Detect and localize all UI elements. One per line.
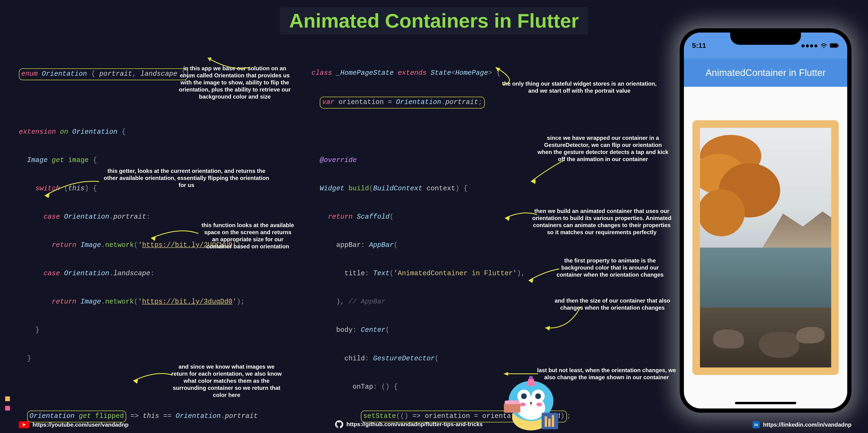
annotation-animated: then we build an animated container that… (531, 207, 673, 236)
home-indicator (735, 402, 796, 404)
svg-point-17 (520, 403, 526, 406)
svg-rect-26 (548, 419, 551, 427)
orange-swatch (5, 396, 10, 401)
svg-rect-31 (838, 44, 839, 46)
linkedin-link: https://linkedin.com/in/vandadnp (763, 422, 851, 428)
phone-app-title: AnimatedContainer in Flutter (705, 67, 826, 78)
svg-point-28 (824, 47, 825, 48)
svg-rect-23 (504, 400, 520, 404)
footer-linkedin[interactable]: in https://linkedin.com/in/vandadnp (753, 421, 851, 428)
phone-mockup: 5:11 ●●●● AnimatedContainer in Flutter (680, 28, 851, 413)
annotation-flipped: this getter, looks at the current orient… (101, 167, 271, 189)
youtube-icon (19, 421, 29, 428)
youtube-link: https://youtube.com/user/vandadnp (33, 422, 129, 428)
svg-point-16 (535, 393, 541, 399)
annotation-bg: the first property to animate is the bac… (553, 257, 667, 278)
svg-rect-30 (831, 44, 837, 47)
page-title: Animated Containers in Flutter (280, 7, 588, 35)
wifi-icon (820, 43, 828, 48)
svg-point-15 (521, 393, 527, 399)
battery-icon (830, 43, 839, 48)
cellular-icon: ●●●● (801, 41, 818, 49)
svg-point-21 (529, 376, 533, 380)
svg-point-18 (536, 403, 542, 406)
github-icon (335, 420, 343, 428)
annotation-size: this function looks at the available spa… (200, 222, 295, 250)
svg-rect-22 (504, 403, 520, 413)
phone-appbar: AnimatedContainer in Flutter (684, 59, 847, 87)
phone-time: 5:11 (692, 41, 706, 49)
phone-notch (730, 33, 801, 45)
svg-rect-27 (552, 415, 554, 427)
annotation-enum: in this app we base our solution on an e… (178, 65, 291, 100)
portrait-photo (700, 128, 831, 367)
annotation-size2: and then the size of our container that … (550, 297, 675, 311)
github-link: https://github.com/vandadnp/flutter-tips… (346, 421, 483, 428)
annotation-gesture: since we have wrapped our container in a… (537, 134, 669, 163)
animated-container-card[interactable] (692, 120, 839, 375)
svg-rect-25 (545, 416, 547, 427)
dash-mascot-icon (500, 373, 562, 433)
pink-swatch (5, 406, 10, 410)
linkedin-icon: in (753, 421, 760, 428)
annotation-bgcolor: and since we know what images we return … (170, 363, 283, 399)
footer-youtube[interactable]: https://youtube.com/user/vandadnp (19, 421, 129, 428)
footer-github[interactable]: https://github.com/vandadnp/flutter-tips… (335, 420, 483, 428)
annotation-var: the only thing our stateful widget store… (498, 80, 661, 94)
